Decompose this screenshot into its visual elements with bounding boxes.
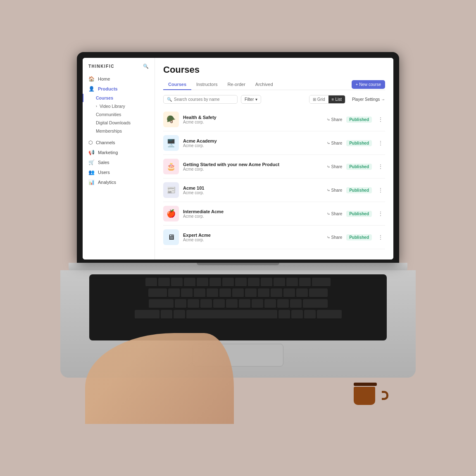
sidebar-item-analytics[interactable]: 📊 Analytics — [83, 177, 155, 187]
users-icon: 👥 — [88, 169, 95, 175]
course-name: Intermediate Acme — [183, 209, 323, 214]
home-icon: 🏠 — [88, 76, 95, 82]
share-icon: ⤷ — [327, 235, 330, 240]
course-info: Acme Academy Acme corp. — [183, 138, 323, 148]
share-button[interactable]: ⤷ Share — [327, 212, 343, 216]
share-icon: ⤷ — [327, 117, 330, 122]
more-options-button[interactable]: ⋮ — [376, 210, 385, 217]
player-settings-link[interactable]: Player Settings → — [352, 97, 385, 102]
player-settings-label: Player Settings → — [352, 97, 385, 102]
key — [200, 299, 212, 308]
search-input[interactable] — [174, 97, 234, 102]
sidebar-label-digital-downloads: Digital Downloads — [96, 120, 131, 125]
course-name: Acme Academy — [183, 138, 323, 143]
course-org: Acme corp. — [183, 120, 323, 124]
sidebar-subitem-communities[interactable]: Communities — [83, 110, 155, 119]
tab-reorder[interactable]: Re-order — [222, 79, 250, 90]
share-button[interactable]: ⤷ Share — [327, 141, 343, 145]
share-label: Share — [331, 188, 343, 193]
share-button[interactable]: ⤷ Share — [327, 117, 343, 122]
sidebar-subitem-digital-downloads[interactable]: Digital Downloads — [83, 119, 155, 127]
course-org: Acme corp. — [183, 190, 323, 195]
course-thumbnail: 🖥️ — [163, 135, 179, 151]
tab-instructors[interactable]: Instructors — [191, 79, 222, 90]
main-content: Courses Courses Instructors Re-order Arc… — [155, 58, 393, 259]
search-icon[interactable]: 🔍 — [143, 64, 149, 69]
sidebar-label-channels: Channels — [96, 140, 115, 145]
spacebar-key — [186, 310, 277, 319]
course-thumbnail: 🍎 — [163, 206, 179, 221]
filter-button[interactable]: Filter ▾ — [241, 95, 261, 104]
share-button[interactable]: ⤷ Share — [327, 235, 343, 240]
tab-courses[interactable]: Courses — [163, 79, 191, 90]
table-row: 🖥 Expert Acme Acme corp. ⤷ Share Publish… — [163, 226, 385, 249]
share-label: Share — [331, 117, 343, 122]
tabs-bar: Courses Instructors Re-order Archived + … — [163, 79, 385, 90]
sales-icon: 🛒 — [88, 159, 95, 165]
sidebar-label-products: Products — [98, 86, 118, 91]
sidebar-label-home: Home — [98, 76, 110, 81]
key — [277, 299, 289, 308]
marketing-icon: 📢 — [88, 150, 95, 155]
toolbar: 🔍 Filter ▾ ⊞ Grid ≡ Li — [163, 95, 385, 104]
key — [283, 288, 295, 298]
search-box[interactable]: 🔍 — [163, 95, 238, 104]
key — [188, 299, 199, 308]
key — [286, 278, 298, 287]
analytics-icon: 📊 — [88, 179, 95, 185]
share-label: Share — [331, 164, 343, 169]
key — [290, 299, 302, 308]
laptop-screen: THINKIFIC 🔍 🏠 Home 👤 Products Courses › … — [77, 52, 399, 263]
sidebar-item-sales[interactable]: 🛒 Sales — [83, 157, 155, 167]
sidebar-item-channels[interactable]: ⬡ Channels — [83, 138, 155, 148]
tab-archived[interactable]: Archived — [250, 79, 278, 90]
page-title: Courses — [163, 64, 385, 75]
screen-inner: THINKIFIC 🔍 🏠 Home 👤 Products Courses › … — [83, 58, 393, 259]
key — [184, 278, 195, 287]
list-label: List — [335, 97, 342, 102]
status-badge: Published — [346, 187, 372, 193]
more-options-button[interactable]: ⋮ — [376, 187, 385, 193]
sidebar-item-marketing[interactable]: 📢 Marketing — [83, 148, 155, 157]
course-name: Getting Started with your new Acme Produ… — [183, 162, 323, 167]
cup-body-wrapper — [354, 387, 383, 405]
more-options-button[interactable]: ⋮ — [376, 234, 385, 240]
table-row: 🍎 Intermediate Acme Acme corp. ⤷ Share P… — [163, 202, 385, 226]
table-row: 📰 Acme 101 Acme corp. ⤷ Share Published … — [163, 178, 385, 202]
share-button[interactable]: ⤷ Share — [327, 188, 343, 193]
app-logo: THINKIFIC — [88, 64, 114, 69]
sidebar-item-home[interactable]: 🏠 Home — [83, 74, 155, 84]
key — [271, 288, 282, 298]
course-org: Acme corp. — [183, 167, 323, 171]
course-icon: 🎂 — [167, 162, 176, 171]
course-info: Getting Started with your new Acme Produ… — [183, 162, 323, 171]
key — [197, 278, 208, 287]
key — [181, 288, 193, 298]
key — [264, 299, 276, 308]
list-view-button[interactable]: ≡ List — [328, 95, 345, 103]
sidebar-item-products[interactable]: 👤 Products — [83, 84, 155, 94]
status-badge: Published — [346, 164, 372, 170]
more-options-button[interactable]: ⋮ — [376, 116, 385, 123]
key — [252, 299, 263, 308]
course-org: Acme corp. — [183, 214, 323, 219]
new-course-button[interactable]: + New course — [352, 80, 385, 89]
share-icon: ⤷ — [327, 188, 330, 193]
sidebar-subitem-video-library[interactable]: › Video Library — [83, 102, 155, 110]
grid-view-button[interactable]: ⊞ Grid — [309, 95, 328, 103]
filter-label: Filter — [245, 97, 254, 102]
more-options-button[interactable]: ⋮ — [376, 140, 385, 146]
sidebar-item-users[interactable]: 👥 Users — [83, 167, 155, 177]
sidebar-subitem-memberships[interactable]: Memberships — [83, 127, 155, 135]
course-name: Health & Safety — [183, 115, 323, 120]
more-options-button[interactable]: ⋮ — [376, 163, 385, 170]
sidebar-subitem-courses[interactable]: Courses — [83, 94, 155, 102]
course-icon: 🍎 — [167, 209, 176, 218]
share-button[interactable]: ⤷ Share — [327, 164, 343, 169]
sidebar-label-users: Users — [98, 170, 110, 175]
sidebar-label-courses: Courses — [96, 95, 113, 100]
key — [317, 310, 342, 319]
key — [226, 299, 238, 308]
status-badge: Published — [346, 211, 372, 217]
sidebar-logo: THINKIFIC 🔍 — [83, 64, 155, 74]
